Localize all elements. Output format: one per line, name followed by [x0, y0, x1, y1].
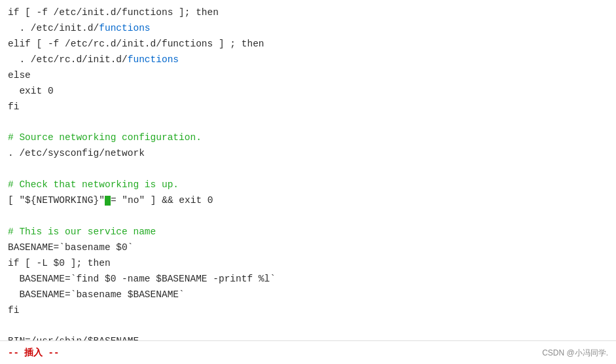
code-line: . /etc/rc.d/init.d/functions — [8, 52, 608, 68]
watermark-label: CSDN @小冯同学. — [542, 348, 608, 359]
code-line: BASENAME=`basename $0` — [8, 240, 608, 256]
code-line: fi — [8, 303, 608, 319]
code-content[interactable]: if [ -f /etc/init.d/functions ]; then . … — [0, 0, 616, 340]
insert-mode-label: -- 插入 -- — [8, 347, 59, 359]
code-line: # Check that networking is up. — [8, 177, 608, 193]
code-line: if [ -L $0 ]; then — [8, 256, 608, 272]
code-line: BASENAME=`find $0 -name $BASENAME -print… — [8, 272, 608, 287]
code-line: BASENAME=`basename $BASENAME` — [8, 287, 608, 303]
code-line — [8, 318, 608, 334]
code-line — [8, 115, 608, 130]
code-editor: if [ -f /etc/init.d/functions ]; then . … — [0, 0, 616, 364]
code-line: fi — [8, 100, 608, 115]
code-line — [8, 209, 608, 225]
code-line: . /etc/init.d/functions — [8, 21, 608, 37]
status-bar: -- 插入 -- — [0, 340, 616, 364]
code-line: elif [ -f /etc/rc.d/init.d/functions ] ;… — [8, 37, 608, 52]
code-line: else — [8, 68, 608, 84]
code-line: if [ -f /etc/init.d/functions ]; then — [8, 5, 608, 21]
text-cursor — [105, 196, 111, 206]
code-line: # Source networking configuration. — [8, 130, 608, 146]
code-line — [8, 162, 608, 177]
code-line: exit 0 — [8, 84, 608, 100]
code-line-cursor: [ "${NETWORKING}"= "no" ] && exit 0 — [8, 193, 608, 209]
code-line: . /etc/sysconfig/network — [8, 146, 608, 162]
code-line: # This is our service name — [8, 225, 608, 240]
